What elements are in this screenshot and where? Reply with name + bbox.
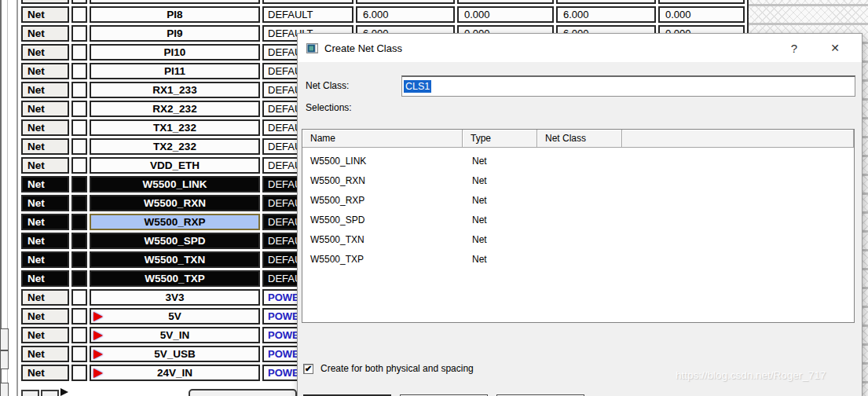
row-indicator-cell[interactable] xyxy=(71,0,87,4)
net-type-cell[interactable]: Net xyxy=(21,289,69,306)
row-indicator-cell[interactable] xyxy=(71,101,87,117)
row-indicator-cell[interactable] xyxy=(71,251,87,268)
net-name-cell[interactable]: PI8 xyxy=(90,6,260,23)
net-type-cell[interactable]: Net xyxy=(21,233,69,249)
table-row[interactable] xyxy=(21,0,745,4)
net-name-cell[interactable]: RX1_233 xyxy=(90,82,260,98)
row-indicator-cell[interactable] xyxy=(71,176,87,192)
selection-list-row[interactable]: W5500_LINK Net xyxy=(302,151,854,170)
left-edge-widget[interactable] xyxy=(0,350,9,369)
net-type-cell[interactable]: Net xyxy=(21,101,69,117)
scrollbar-button[interactable] xyxy=(41,390,59,396)
net-type-cell[interactable]: Net xyxy=(21,25,69,42)
selection-list-row[interactable]: W5500_SPD Net xyxy=(302,210,854,229)
row-indicator-cell[interactable] xyxy=(71,157,87,174)
net-type-cell[interactable]: Net xyxy=(21,176,69,192)
value-cell[interactable]: 0.000 xyxy=(457,6,554,23)
selections-list[interactable]: Name Type Net Class W5500_LINK Net W5500… xyxy=(302,129,855,323)
row-indicator-cell[interactable] xyxy=(71,214,87,230)
row-indicator-cell[interactable] xyxy=(71,289,87,306)
row-indicator-cell[interactable] xyxy=(71,6,87,23)
dialog-titlebar[interactable]: Create Net Class ? ✕ xyxy=(298,34,862,62)
row-indicator-cell[interactable] xyxy=(71,346,87,362)
net-class-cell[interactable]: DEFAULT xyxy=(262,6,353,23)
selection-list-row[interactable]: W5500_RXP Net xyxy=(302,190,854,210)
net-type-cell[interactable]: Net xyxy=(21,270,69,287)
net-type-cell[interactable]: Net xyxy=(21,214,69,230)
net-name-cell[interactable]: RX2_232 xyxy=(90,101,260,117)
row-indicator-cell[interactable] xyxy=(71,308,87,324)
selection-list-row[interactable]: W5500_TXN Net xyxy=(302,229,854,249)
left-edge-widget[interactable] xyxy=(0,383,9,396)
net-type-cell[interactable]: Net xyxy=(21,82,69,98)
column-header-name[interactable]: Name xyxy=(302,130,463,148)
net-name-cell[interactable]: 5V_IN xyxy=(90,327,260,343)
net-name-cell[interactable]: W5500_LINK xyxy=(90,176,260,192)
net-class-cell[interactable] xyxy=(262,0,353,4)
net-name-cell[interactable]: 24V_IN xyxy=(90,365,260,381)
left-edge-widget[interactable] xyxy=(0,328,9,350)
close-icon[interactable]: ✕ xyxy=(813,42,857,54)
value-cell[interactable]: 6.000 xyxy=(556,6,656,23)
net-type-cell[interactable]: Net xyxy=(21,6,69,23)
net-type-cell[interactable]: Net xyxy=(21,195,69,211)
net-name-label: 5V_USB xyxy=(154,348,196,360)
net-type-cell[interactable]: Net xyxy=(21,308,69,324)
row-indicator-cell[interactable] xyxy=(71,44,87,60)
value-cell[interactable] xyxy=(658,0,745,4)
net-name-cell[interactable]: PI11 xyxy=(90,63,260,79)
net-name-cell[interactable]: TX2_232 xyxy=(90,138,260,155)
column-header-type[interactable]: Type xyxy=(463,130,537,148)
net-name-label: W5500_LINK xyxy=(143,178,207,190)
net-type-cell[interactable]: Net xyxy=(21,157,69,174)
value-cell[interactable] xyxy=(356,0,455,4)
net-name-cell[interactable]: W5500_SPD xyxy=(90,233,260,249)
net-name-cell[interactable]: 3V3 xyxy=(90,289,260,306)
net-name-cell[interactable]: 5V_USB xyxy=(90,346,260,362)
selection-list-row[interactable]: W5500_TXP Net xyxy=(302,249,854,269)
net-type-cell[interactable]: Net xyxy=(21,119,69,136)
net-name-cell[interactable] xyxy=(90,0,260,4)
net-name-cell[interactable]: W5500_TXN xyxy=(90,251,260,268)
net-name-label: 5V_IN xyxy=(160,329,190,341)
net-type-cell[interactable]: Net xyxy=(21,138,69,155)
table-row[interactable]: Net PI8 DEFAULT 6.000 0.000 6.000 0.000 xyxy=(21,6,745,23)
net-name-cell[interactable]: TX1_232 xyxy=(90,119,260,136)
value-cell[interactable] xyxy=(457,0,554,4)
value-cell[interactable] xyxy=(556,0,656,4)
net-class-field-label: Net Class: xyxy=(306,80,349,91)
row-indicator-cell[interactable] xyxy=(71,195,87,211)
net-name-cell[interactable]: PI9 xyxy=(90,25,260,42)
help-button[interactable]: ? xyxy=(775,42,813,55)
net-type-cell[interactable]: Net xyxy=(21,346,69,362)
net-type-cell[interactable]: Net xyxy=(21,251,69,268)
net-name-cell[interactable]: PI10 xyxy=(90,44,260,60)
row-indicator-cell[interactable] xyxy=(71,233,87,249)
row-indicator-cell[interactable] xyxy=(71,25,87,42)
net-type-cell[interactable]: Net xyxy=(21,365,69,381)
net-type-cell[interactable]: Net xyxy=(21,327,69,343)
row-indicator-cell[interactable] xyxy=(71,119,87,136)
row-indicator-cell[interactable] xyxy=(71,327,87,343)
net-type-cell[interactable] xyxy=(21,0,69,4)
net-name-cell[interactable]: VDD_ETH xyxy=(90,157,260,174)
net-class-input[interactable]: CLS1 xyxy=(401,75,855,97)
row-indicator-cell[interactable] xyxy=(71,365,87,381)
net-name-cell[interactable]: W5500_RXN xyxy=(90,195,260,211)
value-cell[interactable]: 0.000 xyxy=(658,6,745,23)
net-type-cell[interactable]: Net xyxy=(21,44,69,60)
net-name-cell[interactable]: 5V xyxy=(90,308,260,324)
net-name-cell[interactable]: W5500_RXP xyxy=(90,214,260,230)
value-cell[interactable]: 6.000 xyxy=(356,6,455,23)
physical-spacing-checkbox[interactable]: ✔ xyxy=(303,364,313,374)
column-header-net-class[interactable]: Net Class xyxy=(537,130,622,148)
row-indicator-cell[interactable] xyxy=(71,270,87,287)
scrollbar-thumb[interactable] xyxy=(189,389,297,396)
row-indicator-cell[interactable] xyxy=(71,138,87,155)
net-name-cell[interactable]: W5500_TXP xyxy=(90,270,260,287)
row-indicator-cell[interactable] xyxy=(71,63,87,79)
scrollbar-button[interactable] xyxy=(21,390,39,396)
row-indicator-cell[interactable] xyxy=(71,82,87,98)
selection-list-row[interactable]: W5500_RXN Net xyxy=(302,170,854,190)
net-type-cell[interactable]: Net xyxy=(21,63,69,79)
